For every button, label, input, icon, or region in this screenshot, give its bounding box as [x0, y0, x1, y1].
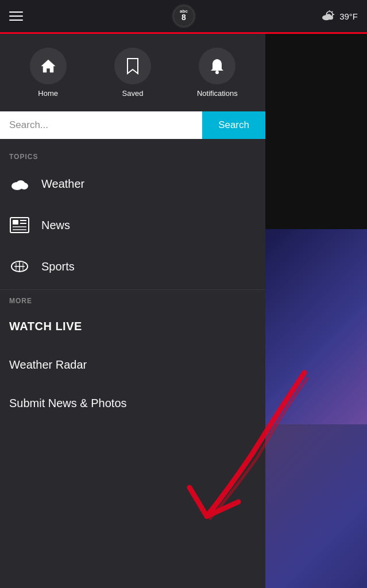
sidebar-item-saved[interactable]: Saved [94, 48, 171, 98]
hamburger-menu[interactable] [9, 11, 23, 21]
nav-icons-row: Home Saved Notifications [0, 34, 265, 107]
submit-news-label: Submit News & Photos [9, 397, 256, 410]
main-area: Home Saved Notifications [0, 34, 367, 588]
svg-point-10 [328, 16, 333, 20]
weather-icon [320, 10, 336, 22]
home-label: Home [38, 89, 58, 98]
menu-item-news[interactable]: News [0, 204, 265, 246]
top-bar: abc 8 39°F [0, 0, 367, 32]
svg-point-14 [20, 183, 28, 189]
menu-item-weather[interactable]: Weather [0, 163, 265, 204]
notifications-icon-circle [199, 48, 235, 84]
bg-block-top [265, 34, 367, 229]
home-icon-circle [30, 48, 67, 84]
weather-label: Weather [41, 177, 84, 191]
menu-item-weather-radar[interactable]: Weather Radar [0, 346, 265, 384]
weather-widget: 39°F [320, 10, 358, 22]
svg-point-11 [215, 71, 219, 74]
sidebar-item-home[interactable]: Home [9, 48, 87, 98]
svg-rect-16 [13, 220, 18, 225]
football-icon [9, 256, 30, 277]
sports-menu-icon [10, 260, 29, 273]
saved-label: Saved [122, 89, 144, 98]
menu-item-submit-news[interactable]: Submit News & Photos [0, 384, 265, 423]
menu-item-sports[interactable]: Sports [0, 246, 265, 287]
bell-icon [210, 57, 225, 75]
home-icon [40, 58, 56, 74]
sidebar-item-notifications[interactable]: Notifications [179, 48, 256, 98]
right-content-panel [265, 34, 367, 588]
news-menu-icon [10, 217, 29, 233]
svg-rect-15 [10, 218, 29, 233]
sports-label: Sports [41, 260, 75, 273]
search-button[interactable]: Search [202, 111, 265, 139]
bg-block-middle [265, 229, 367, 424]
topics-section-label: TOPICS [0, 148, 265, 163]
notifications-label: Notifications [197, 89, 238, 98]
weather-menu-icon [9, 177, 30, 191]
cloud-icon [9, 173, 30, 194]
menu-item-watch-live[interactable]: WATCH LIVE [0, 307, 265, 346]
svg-text:8: 8 [181, 13, 186, 22]
search-bar: Search [0, 111, 265, 139]
news-icon [9, 215, 30, 235]
saved-icon-circle [114, 48, 151, 84]
svg-line-5 [332, 11, 333, 12]
search-input[interactable] [0, 111, 202, 139]
weather-radar-label: Weather Radar [9, 358, 256, 372]
more-section-label: MORE [0, 292, 265, 307]
watch-live-label: WATCH LIVE [9, 320, 256, 333]
app-logo: abc 8 [172, 4, 196, 28]
logo-svg: abc 8 [173, 5, 195, 27]
temperature-display: 39°F [339, 11, 358, 21]
bookmark-icon [126, 57, 140, 75]
sidebar: Home Saved Notifications [0, 34, 265, 588]
bg-block-bottom [265, 424, 367, 588]
section-divider [0, 289, 265, 290]
news-label: News [41, 219, 70, 232]
